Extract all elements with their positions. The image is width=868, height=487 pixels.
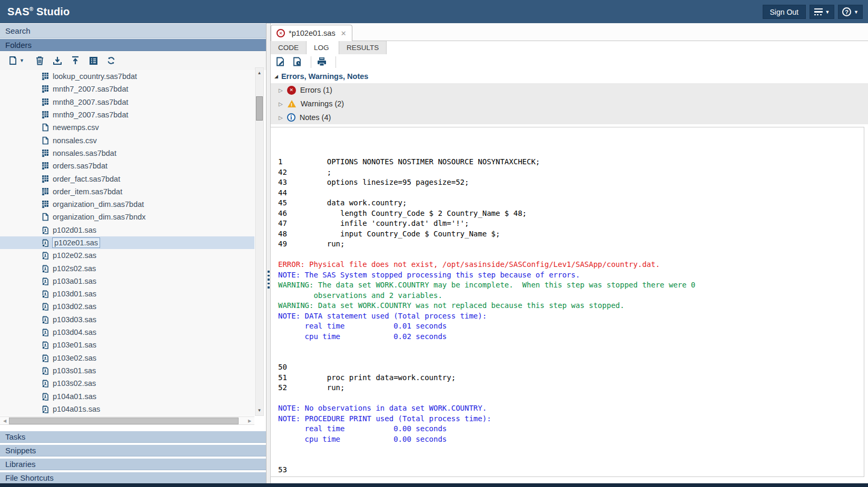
upload-button[interactable]: [68, 54, 82, 67]
sas-program-icon: [41, 251, 50, 260]
tree-item[interactable]: lookup_country.sas7bdat: [0, 70, 254, 83]
tree-item[interactable]: p103s01.sas: [0, 364, 254, 377]
app-header: SAS® Studio Sign Out ▼ ? ▼: [0, 0, 868, 23]
tree-item[interactable]: p103d03.sas: [0, 313, 254, 326]
help-button[interactable]: ? ▼: [838, 5, 863, 19]
file-name: mnth8_2007.sas7bdat: [53, 98, 129, 106]
sign-out-button[interactable]: Sign Out: [763, 5, 806, 19]
plain-file-icon: [41, 213, 50, 221]
tree-item[interactable]: order_item.sas7bdat: [0, 185, 254, 198]
file-name: mnth9_2007.sas7bdat: [53, 111, 129, 119]
scrollbar-thumb[interactable]: [256, 96, 263, 121]
tree-item[interactable]: p103d02.sas: [0, 300, 254, 313]
chevron-down-icon: ▼: [854, 9, 859, 15]
plain-file-icon: [41, 136, 50, 145]
print-log-button[interactable]: [315, 55, 329, 69]
tree-item[interactable]: p103a01.sas: [0, 275, 254, 287]
scroll-down-arrow-icon[interactable]: ▼: [255, 406, 263, 414]
errors-group-row[interactable]: ▷ ✕ Errors (1): [271, 83, 868, 97]
tree-item[interactable]: newemps.csv: [0, 121, 254, 134]
menu-button[interactable]: ▼: [810, 5, 834, 19]
sas-program-icon: [41, 366, 50, 375]
tab-code[interactable]: CODE: [271, 41, 307, 54]
toolbar-separator: [311, 56, 311, 68]
tree-item[interactable]: p103d01.sas: [0, 287, 254, 300]
sidebar-panel-libraries[interactable]: Libraries: [0, 459, 266, 470]
note-info-icon: i: [287, 113, 295, 122]
panel-splitter[interactable]: [266, 23, 270, 483]
file-name: p103d01.sas: [53, 290, 96, 298]
tree-item[interactable]: p102d01.sas: [0, 224, 254, 236]
download-log-button[interactable]: [273, 55, 287, 69]
file-name: p103d02.sas: [53, 302, 96, 311]
tree-item[interactable]: p104a01.sas: [0, 390, 254, 402]
scroll-right-arrow-icon[interactable]: ▶: [246, 417, 253, 425]
navigation-sidebar: Search Folders ▼: [0, 23, 266, 483]
table-file-icon: [41, 200, 50, 208]
new-item-button[interactable]: ▼: [6, 54, 26, 67]
help-icon: ?: [842, 7, 851, 16]
sidebar-panel-folders[interactable]: Folders: [0, 39, 266, 51]
scroll-left-arrow-icon[interactable]: ◀: [1, 417, 8, 425]
file-name: p103s02.sas: [53, 379, 96, 387]
tree-item[interactable]: mnth8_2007.sas7bdat: [0, 96, 254, 108]
properties-button[interactable]: [86, 54, 100, 67]
tree-item[interactable]: p102s02.sas: [0, 262, 254, 274]
file-name: newemps.csv: [53, 123, 99, 132]
tree-item[interactable]: p103s02.sas: [0, 377, 254, 390]
tab-results[interactable]: RESULTS: [339, 41, 387, 54]
scrollbar-thumb[interactable]: [9, 418, 239, 424]
sidebar-panel-snippets[interactable]: Snippets: [0, 445, 266, 456]
delete-button[interactable]: [33, 54, 46, 67]
sidebar-vertical-scrollbar[interactable]: ▲ ▼: [255, 67, 264, 416]
bottom-status-strip: [0, 483, 868, 487]
tree-item[interactable]: p103e01.sas: [0, 339, 254, 351]
tree-item[interactable]: p103d04.sas: [0, 326, 254, 339]
log-content-area: 1 OPTIONS NONOTES NOSTIMER NOSOURCE NOSY…: [270, 127, 864, 477]
tree-item-selected[interactable]: p102e01.sas: [0, 236, 254, 249]
file-name: p102e01.sas: [53, 238, 100, 247]
tree-item[interactable]: p103e02.sas: [0, 352, 254, 364]
refresh-button[interactable]: [104, 54, 118, 67]
tree-item[interactable]: organization_dim.sas7bndx: [0, 211, 254, 223]
close-icon[interactable]: ✕: [341, 29, 347, 37]
sidebar-panel-file-shortcuts[interactable]: File Shortcuts: [0, 472, 266, 484]
file-name: organization_dim.sas7bndx: [53, 213, 146, 221]
tree-item[interactable]: mnth7_2007.sas7bdat: [0, 83, 254, 95]
tree-item[interactable]: p102e02.sas: [0, 249, 254, 262]
splitter-grip-icon[interactable]: [268, 271, 270, 289]
scroll-up-arrow-icon[interactable]: ▲: [255, 69, 263, 77]
document-tab[interactable]: ✕ *p102e01.sas ✕: [271, 25, 352, 41]
tree-item[interactable]: nonsales.sas7bdat: [0, 147, 254, 160]
tree-item[interactable]: nonsales.csv: [0, 134, 254, 146]
table-file-icon: [41, 111, 50, 119]
messages-section-header[interactable]: ◢ Errors, Warnings, Notes: [271, 69, 868, 83]
expand-arrow-icon: ▷: [279, 101, 283, 107]
download-button[interactable]: [51, 54, 64, 67]
log-history-button[interactable]: [290, 55, 304, 69]
tree-item[interactable]: orders.sas7bdat: [0, 160, 254, 172]
properties-icon: [89, 56, 98, 65]
tree-item[interactable]: p104a01s.sas: [0, 403, 254, 415]
file-name: p103d04.sas: [53, 328, 96, 336]
plain-file-icon: [41, 123, 50, 132]
tree-item[interactable]: organization_dim.sas7bdat: [0, 198, 254, 211]
sidebar-horizontal-scrollbar[interactable]: ◀ ▶: [0, 416, 254, 425]
sas-program-icon: [41, 290, 50, 298]
sidebar-panel-tasks[interactable]: Tasks: [0, 431, 266, 443]
tree-item[interactable]: mnth9_2007.sas7bdat: [0, 108, 254, 121]
table-file-icon: [41, 162, 50, 170]
messages-groups: ▷ ✕ Errors (1) ▷ ! Warnings (2) ▷ i Note…: [271, 83, 868, 124]
expand-arrow-icon: ▷: [279, 115, 283, 121]
editor-panel: ✕ *p102e01.sas ✕ CODE LOG RESULTS: [270, 23, 868, 483]
sidebar-panel-search[interactable]: Search: [0, 24, 266, 38]
tab-log[interactable]: LOG: [307, 41, 339, 54]
file-name: orders.sas7bdat: [53, 162, 107, 170]
tree-item[interactable]: order_fact.sas7bdat: [0, 172, 254, 185]
warnings-group-row[interactable]: ▷ ! Warnings (2): [271, 97, 868, 111]
page-clock-icon: [292, 57, 302, 67]
file-name: nonsales.sas7bdat: [53, 149, 116, 157]
view-tabs: CODE LOG RESULTS: [271, 41, 868, 54]
app-logo: SAS® Studio: [7, 6, 70, 18]
notes-group-row[interactable]: ▷ i Notes (4): [271, 111, 868, 124]
